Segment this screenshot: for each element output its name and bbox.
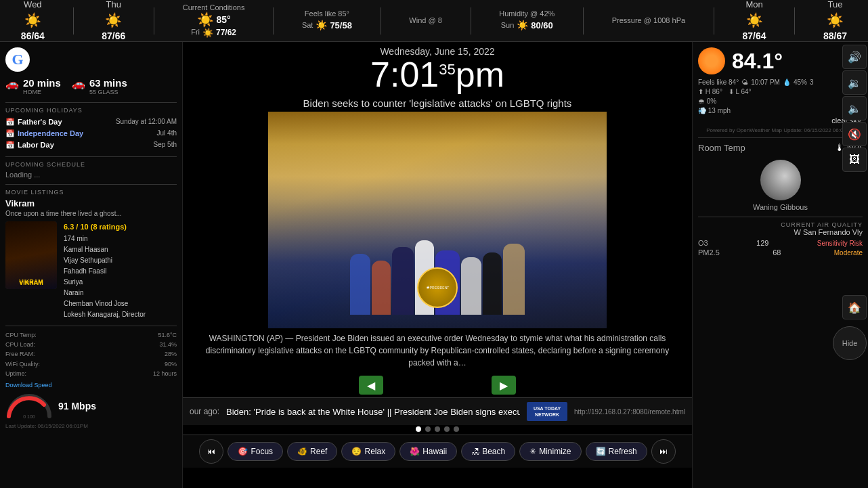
thu-icon: ☀️ <box>105 11 122 30</box>
dot-1[interactable] <box>416 426 421 432</box>
cast-vijay: Vijay Sethupathi <box>64 255 146 266</box>
aq-location: W San Fernando Vly <box>698 228 863 236</box>
precip-value: 0% <box>707 97 716 105</box>
sun-label: Sun <box>501 20 515 30</box>
weather-mon: Mon ☀️ 87/64 <box>743 0 766 43</box>
google-logo[interactable]: G <box>5 47 30 72</box>
display-button[interactable]: 🖼 <box>842 148 867 172</box>
weather-powered: Powered by OpenWeather Map Update: 06/15… <box>698 127 863 133</box>
minimize-button[interactable]: ✳ Minimize <box>519 442 581 461</box>
refresh-button[interactable]: 🔄 Refresh <box>586 442 647 461</box>
temp-main-display: 84.1° <box>732 49 783 74</box>
hawaii-button[interactable]: 🌺 Hawaii <box>399 442 457 461</box>
free-ram-label: Free RAM: <box>5 349 35 359</box>
weather-precip: 🌧 0% <box>698 97 863 105</box>
volume-mid-button[interactable]: 🔉 <box>842 70 867 95</box>
divider-6 <box>583 7 584 35</box>
dot-3[interactable] <box>435 426 440 432</box>
volume-up-button[interactable]: 🔊 <box>842 45 867 69</box>
uptime-value: 12 hours <box>153 369 177 378</box>
reef-button[interactable]: 🐠 Reef <box>287 442 337 461</box>
wifi-row: WiFi Quality: 90% <box>5 359 177 369</box>
wind-icon: 💨 <box>698 107 706 114</box>
minimize-label: Minimize <box>539 447 571 456</box>
right-icon-buttons: 🔊 🔉 🔈 🔇 🖼 Hide 🏠 <box>841 42 868 322</box>
mon-label: Mon <box>745 0 762 11</box>
weather-feels-row: Feels like 84° 🌤 10:07 PM 💧 45% 3 <box>698 79 863 86</box>
system-info: CPU Temp: 51.6°C CPU Load: 31.4% Free RA… <box>5 326 177 431</box>
cast-fahadh: Fahadh Faasil <box>64 266 146 277</box>
holidays-section-label: UPCOMING HOLIDAYS <box>5 102 177 114</box>
movie-info: 6.3 / 10 (8 ratings) 174 min Kamal Haasa… <box>64 221 146 320</box>
ticker-time: our ago: <box>190 407 219 416</box>
feels-like-label: Feels like 85° <box>305 9 349 19</box>
holiday-2-date: Jul 4th <box>157 129 177 138</box>
center-panel: Wednesday, June 15, 2022 7:0135pm Biden … <box>183 42 692 488</box>
focus-button[interactable]: 🎯 Focus <box>227 442 283 461</box>
humidity-icon: 💧 <box>783 79 791 86</box>
volume-low-button[interactable]: 🔈 <box>842 96 867 120</box>
top-weather-bar: Wed ☀️ 86/64 Thu ☀️ 87/66 Current Condit… <box>0 0 868 42</box>
weather-tue: Tue ☀️ 88/67 <box>823 0 847 43</box>
cast-chemban: Chemban Vinod Jose <box>64 298 146 309</box>
movie-subtitle: Once upon a time there lived a ghost... <box>5 210 177 217</box>
holiday-2-name: Independence Day <box>18 129 154 138</box>
holiday-independence: 📅 Independence Day Jul 4th <box>5 128 177 139</box>
divider-7 <box>714 7 714 35</box>
home-button[interactable]: 🏠 <box>842 295 867 319</box>
room-temp-label: Room Temp <box>698 143 745 153</box>
commute-glass: 🚗 63 mins 55 GLASS <box>72 77 127 95</box>
volume-mute-button[interactable]: 🔇 <box>842 122 867 146</box>
weather-condition: clear sky. <box>698 116 863 125</box>
current-conditions-label: Current Conditions <box>183 3 245 12</box>
weather-wind: 💨 13 mph <box>698 107 863 114</box>
feels-like-block: Feels like 85° Sat ☀️ 75/58 <box>302 9 352 32</box>
movies-section-label: MOVIE LISTINGS <box>5 184 177 196</box>
left-panel: G 🚗 20 mins HOME 🚗 63 mins 55 GLASS UPCO… <box>0 42 183 488</box>
current-conditions-block: Current Conditions ☀️ 85° Fri ☀️ 77/62 <box>183 3 245 38</box>
arrow-up-icon: ⬆ <box>698 88 703 95</box>
dot-5[interactable] <box>454 426 459 432</box>
calendar-icon-1: 📅 <box>5 118 15 127</box>
car-icon-glass: 🚗 <box>72 77 85 90</box>
pm25-row: PM2.5 68 Moderate <box>698 248 863 257</box>
commute-home-label: HOME <box>23 89 61 95</box>
time-seconds: 35 <box>439 61 455 78</box>
next-article-button[interactable]: ▶ <box>492 376 516 395</box>
current-conditions-row: ☀️ 85° <box>197 12 231 28</box>
tue-icon: ☀️ <box>827 11 844 30</box>
refresh-label: Refresh <box>609 447 637 456</box>
sun-detail-icon: 🌤 <box>741 79 748 86</box>
uptime-row: Uptime: 12 hours <box>5 369 177 378</box>
movie-detail-row: VIKRAM 6.3 / 10 (8 ratings) 174 min Kama… <box>5 221 177 320</box>
beach-button[interactable]: 🏖 Beach <box>461 442 515 461</box>
pm25-label: PM2.5 <box>698 248 720 257</box>
wed-label: Wed <box>24 0 42 11</box>
holiday-fathers-day: 📅 Father's Day Sunday at 12:00 AM <box>5 116 177 128</box>
last-update: Last Update: 06/15/2022 06:01PM <box>5 422 177 431</box>
prev-article-button[interactable]: ◀ <box>359 376 383 395</box>
uv-detail: 3 <box>810 79 814 86</box>
datetime-bar: Wednesday, June 15, 2022 7:0135pm <box>183 42 692 95</box>
ticker-url: http://192.168.0.27:8080/remote.html <box>574 408 685 416</box>
humidity-detail: 45% <box>794 79 807 86</box>
moon-phase: Waning Gibbous <box>753 203 808 211</box>
sat-sun: ☀️ <box>316 19 327 32</box>
mon-temps: 87/64 <box>743 30 766 43</box>
relax-label: Relax <box>364 447 385 456</box>
holidays-list: 📅 Father's Day Sunday at 12:00 AM 📅 Inde… <box>5 116 177 151</box>
dot-2[interactable] <box>425 426 431 432</box>
dot-4[interactable] <box>444 426 450 432</box>
prev-skip-button[interactable]: ⏮ <box>199 439 223 464</box>
cpu-temp-label: CPU Temp: <box>5 330 37 340</box>
sat-label: Sat <box>302 20 313 30</box>
commute-home-time: 20 mins <box>23 77 61 89</box>
cast-narain: Narain <box>64 288 146 298</box>
movie-duration: 174 min <box>64 234 146 244</box>
relax-button[interactable]: 😌 Relax <box>341 442 395 461</box>
pm25-value: 68 <box>773 248 781 257</box>
holiday-3-date: Sep 5th <box>154 141 177 150</box>
weather-wed: Wed ☀️ 86/64 <box>21 0 45 43</box>
hide-button[interactable]: Hide <box>833 326 867 360</box>
next-skip-button[interactable]: ⏭ <box>651 439 676 464</box>
